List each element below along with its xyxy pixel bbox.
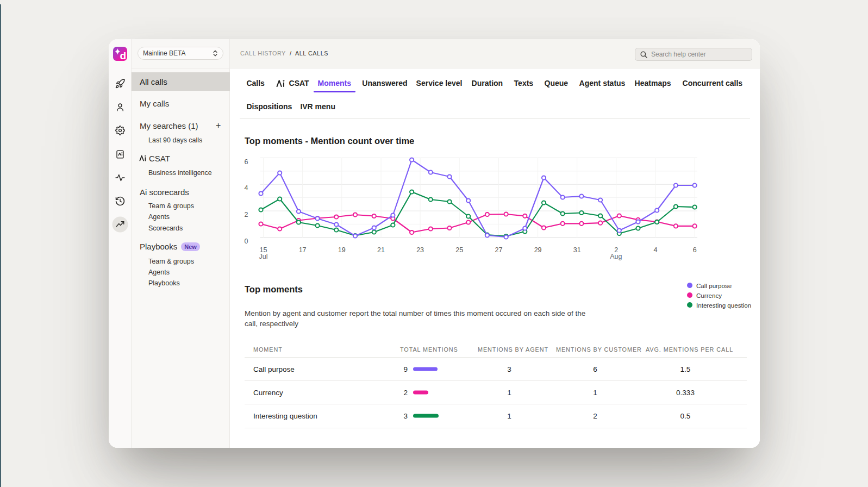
svg-text:d: d	[120, 50, 126, 61]
